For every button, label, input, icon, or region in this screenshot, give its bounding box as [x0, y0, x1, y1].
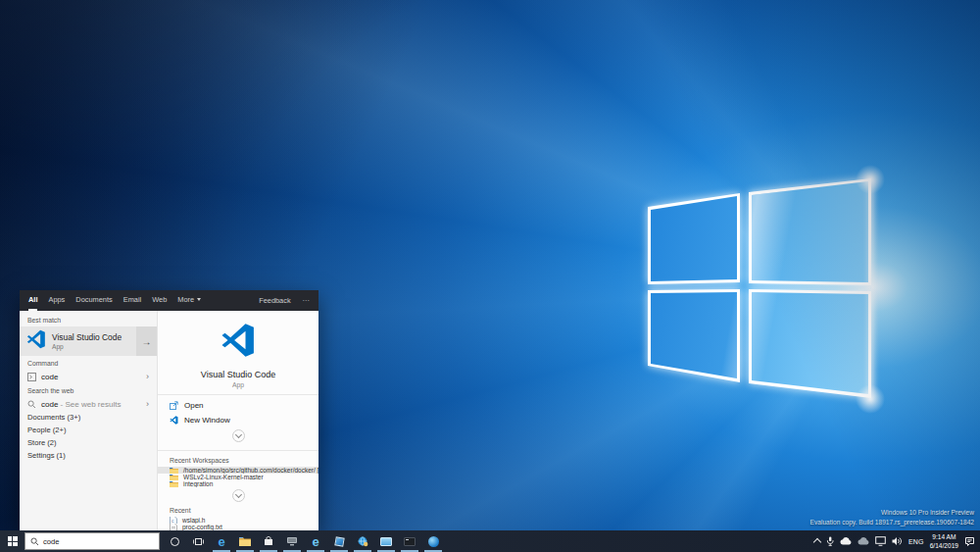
watermark-line1: Windows 10 Pro Insider Preview	[810, 508, 974, 518]
search-tabs: All Apps Documents Email Web More	[28, 290, 201, 311]
onedrive-icon[interactable]	[840, 537, 852, 545]
tab-more[interactable]: More	[177, 290, 201, 311]
tray-chevron-up-icon[interactable]	[813, 538, 821, 546]
search-icon	[30, 537, 39, 546]
volume-icon[interactable]	[892, 536, 903, 546]
best-match-subtitle: App	[52, 343, 122, 350]
workspace-path: WSLv2-Linux-Kernel-master	[183, 474, 264, 480]
workspace-item-integration[interactable]: integration	[158, 480, 318, 487]
preview-pane: Visual Studio Code App Open New Window R…	[157, 311, 318, 530]
vm-window-button[interactable]	[374, 530, 398, 552]
hyper-v-icon	[334, 536, 344, 546]
open-action[interactable]: Open	[158, 398, 318, 413]
recent-file-name: proc-config.txt	[182, 524, 222, 530]
workspace-path: integration	[183, 480, 213, 487]
category-people[interactable]: People (2+)	[20, 424, 157, 436]
tab-email[interactable]: Email	[123, 290, 141, 311]
recent-file-wslapi[interactable]: c wslapi.h	[158, 517, 318, 524]
recent-file-name: wslapi.h	[182, 517, 205, 524]
cortana-button[interactable]	[163, 530, 186, 552]
chevron-down-icon	[234, 431, 241, 438]
command-section-label: Command	[20, 356, 157, 370]
best-match-item[interactable]: Visual Studio Code App →	[20, 326, 157, 356]
workspace-item-docker[interactable]: /home/simon/go/src/github.com/docker/doc…	[158, 467, 318, 474]
remote-desktop-icon	[286, 536, 298, 546]
expand-chevron-button[interactable]	[232, 489, 245, 502]
system-tray: ENG 9:14 AM 6/14/2019	[814, 532, 980, 550]
vscode-logo	[220, 323, 256, 362]
file-explorer-icon	[239, 536, 251, 546]
best-match-title: Visual Studio Code	[52, 332, 122, 342]
recent-file-proc-config[interactable]: proc-config.txt	[158, 524, 318, 530]
folder-icon	[170, 467, 178, 474]
internet-explorer-button[interactable]: e	[304, 530, 327, 552]
search-input[interactable]: code	[43, 537, 59, 546]
best-match-label: Best match	[20, 313, 157, 326]
microphone-icon[interactable]	[826, 536, 834, 546]
file-explorer-button[interactable]	[233, 530, 257, 552]
taskbar-icons: e e	[163, 530, 445, 552]
tab-more-label: More	[177, 295, 194, 304]
category-documents[interactable]: Documents (3+)	[20, 411, 157, 424]
command-result-item[interactable]: code ›	[20, 370, 157, 383]
desktop: Windows 10 Pro Insider Preview Evaluatio…	[0, 0, 980, 552]
divider	[158, 450, 318, 451]
feedback-link[interactable]: Feedback	[259, 296, 290, 305]
tray-time: 9:14 AM	[930, 532, 958, 541]
skype-button[interactable]	[421, 530, 445, 552]
tab-web[interactable]: Web	[152, 290, 167, 311]
category-settings[interactable]: Settings (1)	[20, 449, 157, 462]
taskbar: code e e	[0, 530, 980, 552]
display-icon[interactable]	[875, 536, 886, 546]
taskbar-search-box[interactable]: code	[24, 532, 160, 550]
console-icon	[404, 537, 416, 546]
insider-watermark: Windows 10 Pro Insider Preview Evaluatio…	[810, 508, 974, 527]
tab-documents[interactable]: Documents	[75, 290, 112, 311]
chevron-right-icon[interactable]: ›	[146, 399, 149, 409]
watermark-line2: Evaluation copy. Build 18917.rs_prerelea…	[810, 518, 974, 527]
app-subtitle: App	[158, 381, 318, 388]
open-icon	[170, 401, 178, 410]
best-match-text: Visual Studio Code App	[52, 332, 122, 350]
web-search-item[interactable]: code - See web results ›	[20, 397, 157, 411]
action-center-icon[interactable]	[964, 536, 975, 547]
vm-window-icon	[380, 537, 392, 546]
task-view-button[interactable]	[186, 530, 210, 552]
workspace-item-wsl-kernel[interactable]: WSLv2-Linux-Kernel-master	[158, 474, 318, 480]
edge-button[interactable]: e	[210, 530, 233, 552]
tab-all[interactable]: All	[28, 290, 37, 311]
skype-icon	[428, 536, 439, 547]
new-window-action[interactable]: New Window	[158, 413, 318, 427]
file-icon	[170, 524, 177, 530]
collapse-chevron-button[interactable]	[232, 429, 245, 442]
edge-icon: e	[218, 535, 224, 548]
globe-gear-icon	[358, 536, 368, 547]
language-indicator[interactable]: ENG	[908, 538, 924, 545]
start-button[interactable]	[0, 530, 24, 552]
overflow-menu-button[interactable]: ···	[303, 296, 310, 305]
chevron-right-icon[interactable]: ›	[146, 372, 149, 381]
tab-apps[interactable]: Apps	[48, 290, 65, 311]
onedrive-business-icon[interactable]	[858, 537, 869, 545]
expand-preview-button[interactable]: →	[136, 326, 157, 356]
open-label: Open	[184, 401, 204, 410]
console-button[interactable]	[398, 530, 421, 552]
hyper-v-button[interactable]	[327, 530, 351, 552]
taskbar-clock[interactable]: 9:14 AM 6/14/2019	[930, 532, 958, 550]
search-flyout: All Apps Documents Email Web More Feedba…	[20, 290, 318, 530]
workspace-path: /home/simon/go/src/github.com/docker/doc…	[183, 467, 318, 474]
chevron-down-icon	[234, 491, 241, 498]
remote-desktop-button[interactable]	[280, 530, 304, 552]
recent-workspaces-label: Recent Workspaces	[158, 454, 318, 467]
category-store[interactable]: Store (2)	[20, 436, 157, 449]
network-settings-button[interactable]	[351, 530, 374, 552]
command-icon	[27, 373, 36, 381]
new-window-label: New Window	[184, 416, 230, 425]
app-title: Visual Studio Code	[158, 370, 318, 379]
divider	[158, 394, 318, 395]
internet-explorer-icon: e	[312, 535, 318, 548]
store-button[interactable]	[257, 530, 280, 552]
windows-logo-icon	[8, 536, 18, 546]
file-icon: c	[170, 517, 177, 524]
folder-icon	[170, 480, 178, 487]
